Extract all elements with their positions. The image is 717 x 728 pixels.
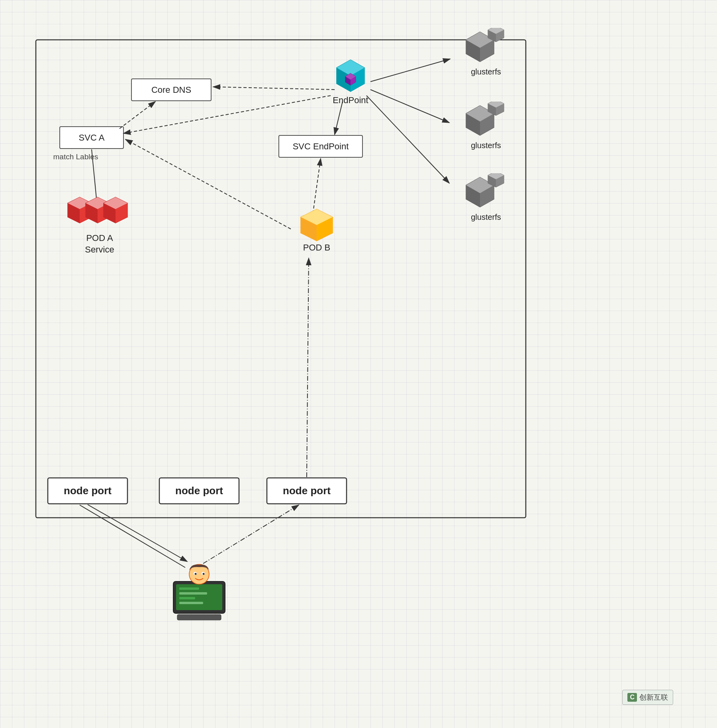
endpoint-label: EndPoint (329, 95, 372, 106)
glusterfs-3-label: glusterfs (462, 213, 510, 222)
pod-b-label: POD B (297, 243, 337, 253)
svg-rect-15 (267, 478, 347, 504)
svg-line-27 (370, 59, 450, 82)
glusterfs-1-node: glusterfs (462, 28, 510, 76)
svg-rect-4 (131, 79, 211, 101)
watermark-icon: C (627, 693, 637, 702)
svg-line-23 (125, 139, 291, 229)
svg-rect-82 (179, 592, 207, 595)
svg-line-29 (366, 96, 449, 183)
svg-text:SVC A: SVC A (79, 133, 105, 143)
svg-text:SVC EndPoint: SVC EndPoint (293, 141, 349, 151)
pod-a-node: POD AService (64, 191, 135, 255)
arrows-svg: Core DNS SVC A match Lables SVC EndPoint… (24, 16, 681, 713)
svg-text:node port: node port (64, 485, 112, 497)
endpoint-node: EndPoint (329, 56, 372, 106)
svg-rect-81 (179, 587, 199, 590)
glusterfs-1-label: glusterfs (462, 67, 510, 76)
svg-line-28 (370, 90, 449, 123)
svg-text:node port: node port (283, 485, 331, 497)
glusterfs-2-node: glusterfs (462, 102, 510, 150)
svg-rect-83 (179, 597, 195, 599)
svg-line-19 (123, 96, 331, 133)
svg-text:Core DNS: Core DNS (151, 85, 191, 95)
pod-a-label: POD AService (64, 233, 135, 255)
pod-b-node: POD B (297, 205, 337, 253)
svg-rect-9 (279, 135, 362, 157)
svg-rect-3 (36, 40, 526, 518)
svg-line-26 (203, 505, 299, 564)
watermark: C 创新互联 (622, 690, 673, 705)
svg-line-18 (213, 87, 335, 90)
svg-line-17 (120, 102, 155, 129)
watermark-text: 创新互联 (639, 693, 668, 702)
svg-rect-84 (179, 602, 203, 604)
glusterfs-2-label: glusterfs (462, 141, 510, 150)
svg-point-89 (195, 573, 197, 575)
developer-node (167, 558, 231, 623)
svg-rect-11 (48, 478, 127, 504)
svg-text:match Lables: match Lables (53, 153, 98, 161)
diagram-container: Core DNS SVC A match Lables SVC EndPoint… (24, 16, 681, 713)
glusterfs-3-node: glusterfs (462, 173, 510, 222)
svg-line-25 (88, 505, 187, 562)
svg-rect-85 (177, 614, 221, 620)
svg-line-24 (307, 258, 309, 477)
svg-rect-6 (60, 127, 123, 149)
svg-line-20 (335, 102, 343, 135)
svg-point-90 (203, 573, 205, 575)
svg-text:node port: node port (175, 485, 223, 497)
svg-rect-13 (159, 478, 239, 504)
